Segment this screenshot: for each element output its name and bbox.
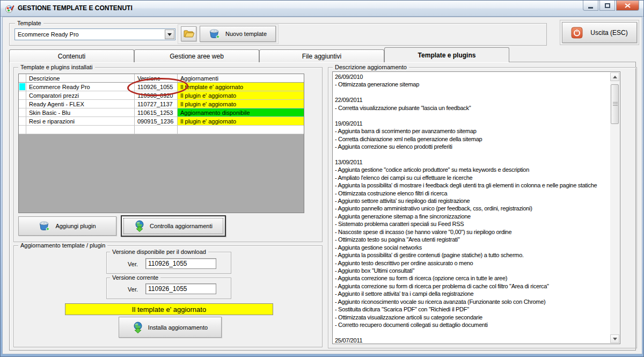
changelog-line: - Aggiunta gestione "codice articolo pro… (335, 166, 610, 173)
changelog-line: - Corretta visualizzazione pulsante "las… (335, 104, 610, 112)
download-version-label: Versione disponibile per il download (110, 249, 208, 255)
row-selector-cell[interactable] (19, 100, 26, 108)
changelog-line: - Aggiunta correzione su elenco prodotti… (335, 143, 610, 150)
column-header-versione[interactable]: Versione (135, 74, 178, 83)
download-version-input[interactable] (145, 258, 216, 269)
exit-label: Uscita (ESC) (590, 29, 627, 37)
maximize-button[interactable] (599, 1, 615, 11)
changelog-line: - Corretta dichiarazione xml nella gener… (335, 135, 610, 143)
changelog-line: - Aggiunta correzione su form di ricerca… (335, 282, 610, 290)
cell-aggiornamenti[interactable]: Il plugin e' aggiornato (178, 117, 304, 126)
plugins-groupbox-label: Template e plugins installati (18, 64, 95, 70)
arrow-up-icon (613, 76, 617, 78)
window-titlebar[interactable]: GESTIONE TEMPLATE E CONTENUTI (1, 1, 643, 17)
current-version-label: Versione corrente (110, 274, 160, 281)
minimize-button[interactable] (583, 1, 598, 11)
cell-versione[interactable]: 110926_1055 (135, 83, 178, 91)
new-template-button[interactable]: Nuovo template (200, 26, 276, 42)
folder-icon (184, 30, 194, 38)
tab-gestione-aree-web[interactable]: Gestione aree web (134, 49, 259, 62)
scroll-down-button[interactable] (610, 334, 619, 343)
changelog-line: - Sistemato problema caratteri speciali … (335, 220, 610, 228)
exit-button[interactable]: Uscita (ESC) (562, 22, 637, 43)
tab-label: Gestione aree web (170, 53, 224, 60)
table-cell-empty (26, 126, 135, 134)
window-title: GESTIONE TEMPLATE E CONTENUTI (18, 1, 133, 16)
tab-contenuti[interactable]: Contenuti (9, 49, 134, 62)
bucket-plus-icon (209, 28, 221, 39)
scrollbar-thumb[interactable] (611, 84, 619, 124)
bucket-plus-icon (39, 221, 50, 231)
install-update-label: Installa aggiornamento (148, 324, 208, 331)
close-icon (625, 3, 631, 8)
changelog-line: 22/09/2011 (335, 96, 610, 104)
table-row[interactable]: Resi e riparazioni090915_1236Il plugin e… (19, 117, 304, 126)
changelog-line: - Aggiunto pannello amministrativo unico… (335, 205, 610, 212)
cell-aggiornamenti[interactable]: Aggiornamento disponibile (178, 108, 304, 117)
changelog-line: - Aggiunto testo descrittivo per ordine … (335, 259, 610, 267)
tab-template-e-plugins[interactable]: Template e plugins (384, 47, 509, 62)
template-groupbox-label: Template (15, 20, 43, 26)
changelog-line: 19/09/2011 (335, 120, 610, 127)
table-row[interactable]: Ready Agenti - FLEX110727_1137Il plugin … (19, 100, 304, 108)
ver-label: Ver. (122, 286, 138, 293)
changelog-line: - Aggiunta gestione social networks (335, 244, 610, 251)
changelog-line: 25/07/2011 (335, 337, 610, 343)
vertical-scrollbar[interactable] (610, 72, 619, 343)
changelog-textarea[interactable]: 26/09/2010- Ottimizzata generazione site… (332, 71, 620, 344)
cell-aggiornamenti[interactable]: Il plugin e' aggiornato (178, 91, 304, 100)
row-selector-cell[interactable] (19, 108, 26, 117)
arrow-down-icon (613, 338, 617, 340)
changelog-line (335, 329, 610, 336)
template-combobox[interactable]: Ecommerce Ready Pro (14, 28, 175, 40)
table-row[interactable]: Ecommerce Ready Pro110926_1055Il templat… (19, 83, 304, 91)
check-updates-button[interactable]: Controlla aggiornamenti (121, 215, 226, 237)
tab-label: Template e plugins (418, 52, 476, 59)
row-selector-cell[interactable] (19, 83, 26, 91)
table-row[interactable]: Skin Basic - Blu110615_1253Aggiornamento… (19, 108, 304, 117)
changelog-line: - Ottimizzato testo su pagina "Area uten… (335, 236, 610, 243)
cell-versione[interactable]: 110727_1137 (135, 100, 178, 108)
changelog-line: - Sostituita dicitura "Scarica PDF" con … (335, 305, 610, 313)
cell-descrizione[interactable]: Ecommerce Ready Pro (26, 83, 135, 91)
tab-label: File aggiuntivi (302, 53, 341, 60)
status-banner: Il template e' aggiornato (65, 303, 273, 315)
cell-descrizione[interactable]: Skin Basic - Blu (26, 108, 135, 117)
column-header-aggiornamenti[interactable]: Aggiornamenti (178, 74, 304, 83)
cell-descrizione[interactable]: Ready Agenti - FLEX (26, 100, 135, 108)
current-version-input[interactable] (145, 283, 216, 294)
row-selector-cell[interactable] (19, 117, 26, 126)
changelog-line: - Aggiunta generazione sitemap a fine si… (335, 213, 610, 220)
changelog-text: 26/09/2010- Ottimizzata generazione site… (335, 73, 610, 343)
cell-descrizione[interactable]: Resi e riparazioni (26, 117, 135, 126)
install-update-button[interactable]: Installa aggiornamento (119, 317, 222, 338)
plugins-table[interactable]: Descrizione Versione Aggiornamenti Ecomm… (18, 74, 304, 213)
minimize-icon (588, 7, 593, 9)
changelog-line: - Ampliato l'elenco dei campi su cui eff… (335, 174, 610, 181)
combobox-dropdown-button[interactable] (165, 30, 174, 39)
changelog-line: - Ottimizzata generazione sitemap (335, 81, 610, 88)
cell-versione[interactable]: 090915_1236 (135, 117, 178, 126)
cell-descrizione[interactable]: Comparatori prezzi (26, 91, 135, 100)
row-selector-cell[interactable] (19, 91, 26, 100)
cell-versione[interactable]: 110908_0920 (135, 91, 178, 100)
table-cell-empty (19, 126, 26, 134)
selected-row-marker (19, 83, 25, 90)
changelog-line: - Aggiunta la possibilita' di gestire co… (335, 251, 610, 259)
table-cell-empty (178, 126, 304, 134)
add-plugin-button[interactable]: Aggiungi plugin (18, 216, 116, 236)
template-combobox-value: Ecommerce Ready Pro (15, 31, 165, 38)
update-groupbox-label: Aggiornamento template / plugin (18, 242, 107, 249)
column-header-descrizione[interactable]: Descrizione (26, 74, 135, 83)
table-row-empty[interactable] (19, 126, 304, 134)
cell-aggiornamenti[interactable]: Il template e' aggiornato (178, 83, 304, 91)
open-folder-button[interactable] (181, 26, 196, 41)
table-row[interactable]: Comparatori prezzi110908_0920Il plugin e… (19, 91, 304, 100)
changelog-line: - Aggiunta correzione su form di ricerca… (335, 274, 610, 282)
changelog-line: - Aggiunto riconoscimento vocale su rice… (335, 298, 610, 305)
scroll-up-button[interactable] (610, 72, 619, 81)
close-button[interactable] (616, 1, 639, 11)
tab-file-aggiuntivi[interactable]: File aggiuntivi (259, 49, 384, 62)
cell-aggiornamenti[interactable]: Il plugin e' aggiornato (178, 100, 304, 108)
cell-versione[interactable]: 110615_1253 (135, 108, 178, 117)
